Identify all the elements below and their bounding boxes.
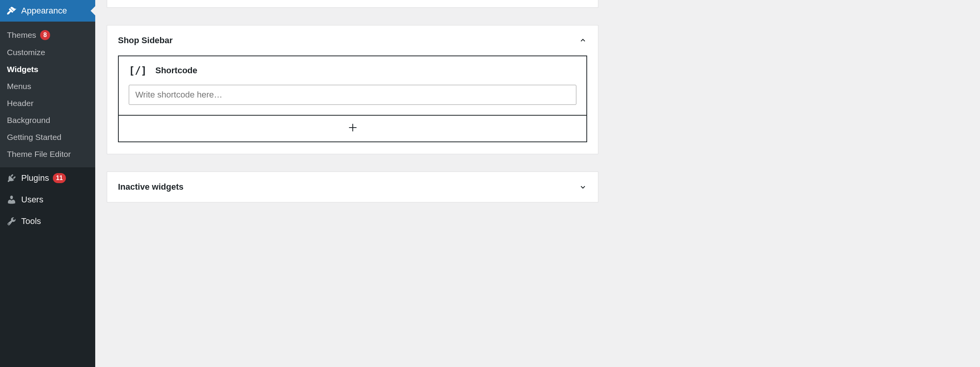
sidebar-subitem-themes[interactable]: Themes 8 [0, 26, 95, 44]
panel-body-shop-sidebar: [/] Shortcode [107, 56, 598, 154]
sidebar-item-tools[interactable]: Tools [0, 210, 95, 232]
sidebar-label-users: Users [21, 195, 43, 205]
sidebar-label-tools: Tools [21, 216, 41, 226]
sidebar-label-plugins: Plugins [21, 173, 49, 183]
sidebar-subitem-background[interactable]: Background [0, 112, 95, 129]
brush-icon [6, 6, 17, 16]
sidebar-subitem-theme-file-editor[interactable]: Theme File Editor [0, 146, 95, 163]
panel-title-shop-sidebar: Shop Sidebar [118, 35, 173, 45]
panel-shop-sidebar: Shop Sidebar [/] Shortcode [107, 25, 598, 154]
panel-toggle-shop-sidebar[interactable]: Shop Sidebar [107, 25, 598, 56]
plug-icon [6, 173, 17, 183]
plus-icon [348, 122, 358, 135]
user-icon [6, 195, 17, 205]
themes-badge: 8 [40, 30, 50, 40]
panel-inactive-widgets: Inactive widgets [107, 172, 598, 202]
main-content: Shop Sidebar [/] Shortcode Inactive wi [95, 0, 610, 202]
panel-toggle-inactive-widgets[interactable]: Inactive widgets [107, 172, 598, 202]
panel-title-inactive-widgets: Inactive widgets [118, 182, 184, 192]
sidebar-subitem-widgets[interactable]: Widgets [0, 61, 95, 78]
shortcode-icon: [/] [129, 65, 147, 76]
add-block-button[interactable] [118, 115, 587, 142]
sidebar-subitem-customize[interactable]: Customize [0, 44, 95, 61]
wrench-icon [6, 216, 17, 226]
sidebar-label-appearance: Appearance [21, 6, 67, 16]
chevron-down-icon [579, 183, 587, 191]
shortcode-block-title: Shortcode [155, 66, 197, 76]
shortcode-widget-block[interactable]: [/] Shortcode [118, 56, 587, 116]
sidebar-subitem-header[interactable]: Header [0, 95, 95, 112]
admin-sidebar: Appearance Themes 8 Customize Widgets Me… [0, 0, 95, 367]
sidebar-subitem-menus[interactable]: Menus [0, 78, 95, 95]
panel-previous-bottom [107, 0, 598, 8]
sidebar-submenu-appearance: Themes 8 Customize Widgets Menus Header … [0, 22, 95, 167]
sidebar-item-users[interactable]: Users [0, 189, 95, 210]
sidebar-item-plugins[interactable]: Plugins 11 [0, 167, 95, 189]
shortcode-input[interactable] [129, 85, 576, 105]
shortcode-widget-header: [/] Shortcode [129, 65, 576, 76]
chevron-up-icon [579, 36, 587, 45]
sidebar-subitem-getting-started[interactable]: Getting Started [0, 129, 95, 146]
sidebar-item-appearance[interactable]: Appearance [0, 0, 95, 22]
plugins-badge: 11 [53, 173, 66, 183]
